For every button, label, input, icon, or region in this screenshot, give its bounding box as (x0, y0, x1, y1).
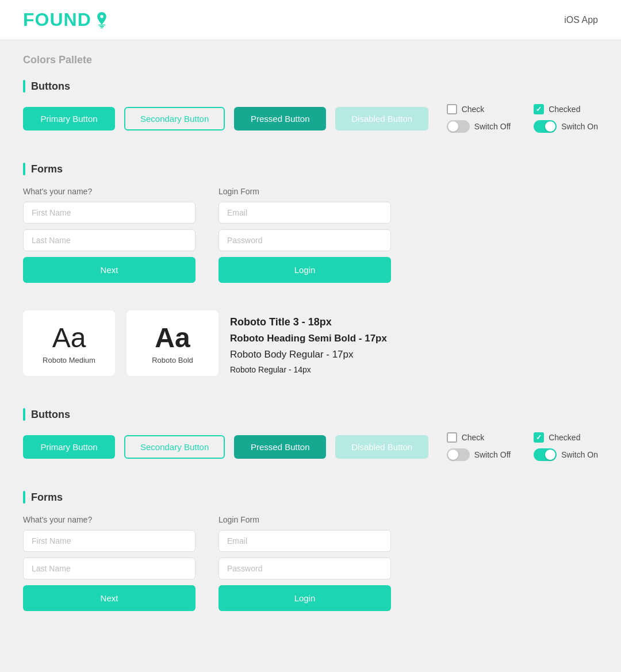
password-input-2[interactable] (218, 558, 391, 579)
switch-on-item-2[interactable]: Switch On (534, 448, 598, 461)
email-input-1[interactable] (218, 202, 391, 224)
checked-item-2[interactable]: Checked (534, 432, 598, 443)
check-item-2[interactable]: Check (447, 432, 511, 443)
checked-item-1[interactable]: Checked (534, 104, 598, 114)
forms-container-2: What's your name? Next Login Form Login (23, 515, 598, 611)
disabled-button-1: Disabled Button (335, 107, 428, 130)
header: FOUND iOS App (0, 0, 621, 40)
forms-container-1: What's your name? Next Login Form Login (23, 187, 598, 283)
checkbox-unchecked-2[interactable] (447, 432, 457, 443)
controls-pair-1: Check Switch Off Checked (441, 104, 598, 133)
font-card-medium: Aa Roboto Medium (23, 310, 115, 376)
check-label-2: Check (462, 433, 485, 442)
typo-item-body: Roboto Body Regular - 17px (230, 349, 387, 360)
buttons-section-2-title: Buttons (31, 409, 70, 421)
checkbox-checked-2[interactable] (534, 432, 544, 443)
last-name-input-2[interactable] (23, 558, 195, 579)
forms-section-1-title: Forms (31, 163, 63, 175)
login-form-2: Login Form Login (218, 515, 391, 611)
secondary-button-2[interactable]: Secondary Button (124, 435, 225, 459)
controls-pair-2: Check Switch Off Checked (441, 432, 598, 461)
svg-rect-2 (100, 27, 103, 28)
login-form-label-2: Login Form (218, 515, 391, 524)
typo-item-heading: Roboto Heading Semi Bold - 17px (230, 333, 387, 344)
switch-on-label-1: Switch On (561, 122, 598, 131)
login-form-label-1: Login Form (218, 187, 391, 196)
ios-app-nav[interactable]: iOS App (564, 15, 598, 25)
switch-on-1[interactable] (534, 120, 557, 133)
name-form-1: What's your name? Next (23, 187, 195, 283)
password-input-1[interactable] (218, 229, 391, 251)
check-controls-2: Check Switch Off (447, 432, 511, 461)
checkbox-checked-1[interactable] (534, 104, 544, 114)
last-name-input-1[interactable] (23, 229, 195, 251)
login-button-2[interactable]: Login (218, 585, 391, 611)
login-form-1: Login Form Login (218, 187, 391, 283)
typography-list: Roboto Title 3 - 18px Roboto Heading Sem… (230, 310, 387, 374)
section-bar-2 (23, 408, 25, 421)
section-bar (23, 80, 25, 93)
buttons-section-1-title: Buttons (31, 80, 70, 93)
logo-icon (94, 12, 110, 28)
disabled-button-2: Disabled Button (335, 435, 428, 459)
typo-item-title: Roboto Title 3 - 18px (230, 316, 387, 328)
pressed-button-2[interactable]: Pressed Button (234, 435, 326, 459)
switch-on-thumb-2 (545, 450, 555, 460)
switch-off-label-1: Switch Off (474, 122, 511, 131)
buttons-section-2-header: Buttons (23, 408, 598, 421)
name-form-label-2: What's your name? (23, 515, 195, 524)
buttons-section-1: Buttons Primary Button Secondary Button … (23, 68, 598, 151)
forms-section-1-header: Forms (23, 163, 598, 175)
switch-on-item-1[interactable]: Switch On (534, 120, 598, 133)
switch-off-1[interactable] (447, 120, 470, 133)
forms-section-2-header: Forms (23, 491, 598, 504)
name-form-label-1: What's your name? (23, 187, 195, 196)
switch-off-item-1[interactable]: Switch Off (447, 120, 511, 133)
font-bold-sample: Aa (144, 322, 201, 354)
pressed-button-1[interactable]: Pressed Button (234, 107, 326, 130)
checkbox-unchecked-1[interactable] (447, 104, 457, 114)
forms-section-2-title: Forms (31, 491, 63, 504)
buttons-section-1-header: Buttons (23, 80, 598, 93)
first-name-input-2[interactable] (23, 530, 195, 552)
switch-off-thumb-1 (448, 121, 458, 132)
next-button-2[interactable]: Next (23, 585, 195, 611)
buttons-controls-row-1: Primary Button Secondary Button Pressed … (23, 104, 598, 133)
check-item-1[interactable]: Check (447, 104, 511, 114)
partial-section-title: Colors Pallete (23, 54, 598, 66)
section-bar-forms-2 (23, 491, 25, 504)
buttons-controls-row-2: Primary Button Secondary Button Pressed … (23, 432, 598, 461)
switch-off-item-2[interactable]: Switch Off (447, 448, 511, 461)
secondary-button-1[interactable]: Secondary Button (124, 107, 225, 130)
font-medium-sample: Aa (40, 322, 98, 354)
check-label-1: Check (462, 105, 485, 114)
first-name-input-1[interactable] (23, 202, 195, 224)
login-button-1[interactable]: Login (218, 257, 391, 283)
checked-label-1: Checked (549, 105, 580, 114)
switch-on-label-2: Switch On (561, 450, 598, 459)
switch-on-2[interactable] (534, 448, 557, 461)
logo-text: FOUND (23, 9, 91, 30)
forms-section-2: Forms What's your name? Next Login Form … (23, 479, 598, 632)
email-input-2[interactable] (218, 530, 391, 552)
switch-off-2[interactable] (447, 448, 470, 461)
logo: FOUND (23, 9, 110, 30)
buttons-section-2: Buttons Primary Button Secondary Button … (23, 397, 598, 479)
switch-off-thumb-2 (448, 450, 458, 460)
forms-section-1: Forms What's your name? Next Login Form … (23, 151, 598, 304)
font-medium-label: Roboto Medium (40, 356, 98, 364)
typo-item-regular: Roboto Regular - 14px (230, 365, 387, 374)
svg-rect-1 (99, 26, 104, 27)
primary-button-2[interactable]: Primary Button (23, 435, 115, 459)
section-bar-forms-1 (23, 163, 25, 175)
typography-section: Aa Roboto Medium Aa Roboto Bold Roboto T… (23, 304, 598, 397)
primary-button-1[interactable]: Primary Button (23, 107, 115, 130)
checked-controls-1: Checked Switch On (534, 104, 598, 133)
next-button-1[interactable]: Next (23, 257, 195, 283)
main-content: Colors Pallete Buttons Primary Button Se… (0, 40, 621, 646)
font-bold-label: Roboto Bold (144, 356, 201, 364)
typography-content: Aa Roboto Medium Aa Roboto Bold Roboto T… (23, 310, 598, 376)
svg-rect-0 (98, 24, 105, 25)
name-form-2: What's your name? Next (23, 515, 195, 611)
checked-controls-2: Checked Switch On (534, 432, 598, 461)
